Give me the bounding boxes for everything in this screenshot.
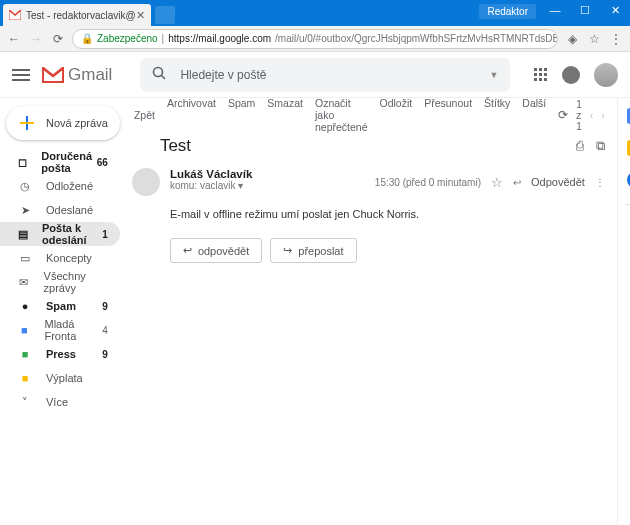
toolbar-item-2[interactable]: Smazat	[267, 97, 303, 133]
tab-close-icon[interactable]: ✕	[136, 9, 145, 22]
site-info-icon[interactable]: ◈	[564, 31, 580, 47]
reply-button[interactable]: ↩odpovědět	[170, 238, 262, 263]
sidebar-item-label: Všechny zprávy	[44, 270, 108, 294]
toolbar-back[interactable]: Zpět	[134, 109, 155, 121]
new-tab-button[interactable]	[155, 6, 175, 24]
toolbar-counter: 1 z 1	[576, 99, 582, 132]
compose-label: Nová zpráva	[46, 117, 108, 129]
toolbar-item-1[interactable]: Spam	[228, 97, 255, 133]
recipient-expand-icon[interactable]: ▾	[238, 180, 243, 191]
browser-tab[interactable]: Test - redaktorvaclavik@ ✕	[3, 4, 151, 26]
main-menu-icon[interactable]	[12, 66, 30, 84]
sidebar-item-8[interactable]: ■Press9	[0, 342, 120, 366]
message-toolbar: Zpět ArchivovatSpamSmazatOznačit jako ne…	[132, 98, 611, 132]
browser-menu-icon[interactable]: ⋮	[608, 31, 624, 47]
sidebar-item-5[interactable]: ✉Všechny zprávy	[0, 270, 120, 294]
window-maximize-button[interactable]: ☐	[570, 0, 600, 20]
sidebar-item-0[interactable]: ◻Doručená pošta66	[0, 150, 120, 174]
sidebar-item-10[interactable]: ˅Více	[0, 390, 120, 414]
url-field[interactable]: 🔒 Zabezpečeno | https://mail.google.com/…	[72, 29, 558, 49]
compose-plus-icon	[18, 114, 36, 132]
search-placeholder: Hledejte v poště	[180, 68, 266, 82]
sidebar-item-count: 9	[102, 301, 108, 312]
folder-icon: ◷	[18, 180, 32, 193]
window-titlebar: Test - redaktorvaclavik@ ✕ Redaktor — ☐ …	[0, 0, 630, 26]
toolbar-item-3[interactable]: Označit jako nepřečtené	[315, 97, 368, 133]
open-new-window-icon[interactable]: ⧉	[596, 138, 605, 154]
folder-icon: ■	[18, 324, 30, 336]
sidebar-item-label: Press	[46, 348, 76, 360]
more-icon[interactable]: ⋮	[595, 177, 605, 188]
next-icon[interactable]: ›	[601, 109, 605, 121]
message-subject: Test	[160, 136, 191, 156]
sidebar-item-label: Více	[46, 396, 68, 408]
folder-icon: ➤	[18, 204, 32, 217]
sidebar-item-label: Odeslané	[46, 204, 93, 216]
svg-point-0	[154, 68, 163, 77]
refresh-icon[interactable]: ⟳	[558, 108, 568, 122]
sender-avatar	[132, 168, 160, 196]
main-content: Zpět ArchivovatSpamSmazatOznačit jako ne…	[126, 98, 617, 525]
nav-forward-icon[interactable]: →	[28, 31, 44, 47]
sidebar-item-7[interactable]: ■Mladá Fronta4	[0, 318, 120, 342]
notifications-icon[interactable]	[562, 66, 580, 84]
recipient-line: komu: vaclavik ▾	[170, 180, 375, 191]
toolbar-item-5[interactable]: Přesunout	[424, 97, 472, 133]
folder-icon: ■	[18, 348, 32, 360]
sidebar-item-count: 66	[97, 157, 108, 168]
sidebar-item-1[interactable]: ◷Odložené	[0, 174, 120, 198]
sidebar-item-label: Doručená pošta	[41, 150, 96, 174]
search-input[interactable]: Hledejte v poště ▼	[140, 58, 510, 92]
url-host: https://mail.google.com	[168, 33, 271, 44]
folder-icon: ■	[18, 372, 32, 384]
sidebar-item-label: Spam	[46, 300, 76, 312]
sidebar: Nová zpráva ◻Doručená pošta66◷Odložené➤O…	[0, 98, 126, 525]
secure-label: Zabezpečeno	[97, 33, 158, 44]
forward-arrow-icon: ↪	[283, 244, 292, 257]
folder-icon: ˅	[18, 396, 32, 409]
sidebar-item-4[interactable]: ▭Koncepty	[0, 246, 120, 270]
prev-icon[interactable]: ‹	[590, 109, 594, 121]
star-icon[interactable]: ☆	[491, 175, 503, 190]
toolbar-item-4[interactable]: Odložit	[380, 97, 413, 133]
compose-button[interactable]: Nová zpráva	[6, 106, 120, 140]
window-close-button[interactable]: ✕	[600, 0, 630, 20]
search-icon	[152, 66, 166, 83]
gmail-header: Gmail Hledejte v poště ▼	[0, 52, 630, 98]
browser-address-bar: ← → ⟳ 🔒 Zabezpečeno | https://mail.googl…	[0, 26, 630, 52]
forward-button[interactable]: ↪přeposlat	[270, 238, 356, 263]
sidebar-item-3[interactable]: ▤Pošta k odeslání1	[0, 222, 120, 246]
sidebar-item-label: Výplata	[46, 372, 83, 384]
print-icon[interactable]: ⎙	[576, 138, 584, 154]
sidebar-item-label: Koncepty	[46, 252, 92, 264]
nav-back-icon[interactable]: ←	[6, 31, 22, 47]
toolbar-item-6[interactable]: Štítky	[484, 97, 510, 133]
search-options-icon[interactable]: ▼	[489, 70, 498, 80]
reply-link[interactable]: Odpovědět	[531, 176, 585, 188]
sidebar-item-9[interactable]: ■Výplata	[0, 366, 120, 390]
nav-reload-icon[interactable]: ⟳	[50, 31, 66, 47]
sidebar-item-label: Mladá Fronta	[44, 318, 102, 342]
gmail-favicon	[9, 9, 21, 21]
side-panel: +	[617, 98, 630, 525]
toolbar-item-7[interactable]: Další	[522, 97, 546, 133]
sender-name: Lukáš Václavík	[170, 168, 375, 180]
sidebar-item-count: 4	[102, 325, 108, 336]
folder-icon: ▤	[18, 228, 28, 241]
sidebar-item-label: Odložené	[46, 180, 93, 192]
message-timestamp: 15:30 (před 0 minutami)	[375, 177, 481, 188]
svg-line-1	[162, 76, 166, 80]
gmail-logo[interactable]: Gmail	[42, 65, 112, 85]
sidebar-item-6[interactable]: ●Spam9	[0, 294, 120, 318]
message-body: E-mail v offline režimu umí poslat jen C…	[132, 202, 611, 238]
gmail-m-icon	[42, 67, 64, 83]
browser-profile-badge[interactable]: Redaktor	[479, 4, 536, 19]
google-apps-icon[interactable]	[534, 68, 548, 82]
window-minimize-button[interactable]: —	[540, 0, 570, 20]
reply-icon[interactable]: ↩	[513, 177, 521, 188]
bookmark-icon[interactable]: ☆	[586, 31, 602, 47]
account-avatar[interactable]	[594, 63, 618, 87]
toolbar-item-0[interactable]: Archivovat	[167, 97, 216, 133]
sidebar-item-count: 1	[102, 229, 108, 240]
sidebar-item-2[interactable]: ➤Odeslané	[0, 198, 120, 222]
